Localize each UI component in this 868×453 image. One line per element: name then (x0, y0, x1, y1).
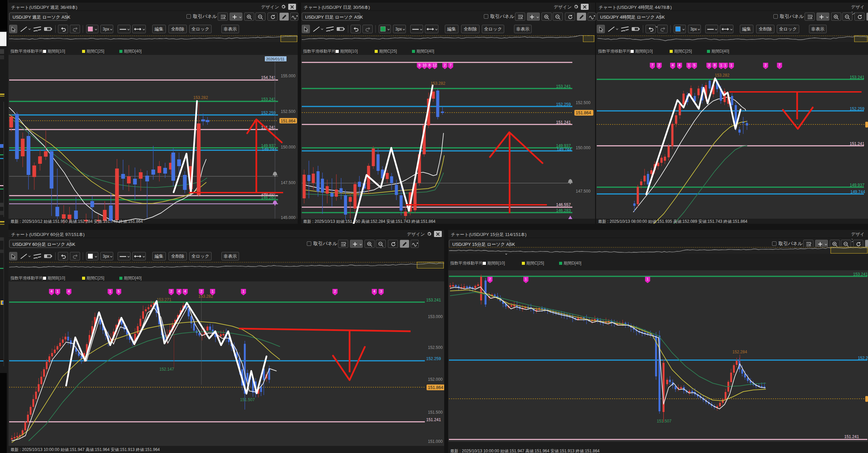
svg-text:153.241: 153.241 (853, 272, 868, 277)
svg-text:3: 3 (380, 289, 382, 293)
svg-text:151.500: 151.500 (428, 410, 443, 415)
svg-text:4: 4 (178, 289, 180, 293)
svg-text:149.744: 149.744 (850, 190, 865, 194)
svg-text:最新 : 2025/10/12 始値:151.950 高: 最新 : 2025/10/12 始値:151.950 高値:152.284 安値… (11, 219, 143, 224)
svg-text:7: 7 (651, 63, 653, 67)
svg-text:3: 3 (708, 63, 710, 67)
svg-text:2: 2 (200, 289, 202, 293)
svg-text:146.557: 146.557 (556, 202, 571, 207)
svg-text:1: 1 (724, 63, 726, 67)
svg-text:8: 8 (714, 63, 716, 67)
svg-text:10: 10 (422, 63, 427, 67)
svg-text:12: 12 (433, 63, 437, 67)
svg-text:4: 4 (68, 289, 70, 293)
svg-text:151.507: 151.507 (657, 419, 672, 424)
svg-text:1: 1 (525, 277, 527, 281)
svg-text:151.241: 151.241 (556, 120, 571, 125)
svg-text:151.864: 151.864 (281, 119, 296, 123)
svg-text:153.282: 153.282 (715, 73, 730, 78)
svg-text:152.259: 152.259 (858, 356, 868, 360)
svg-text:153.241: 153.241 (850, 75, 865, 80)
svg-text:151.000: 151.000 (428, 439, 443, 444)
svg-text:152.284: 152.284 (732, 350, 747, 354)
svg-text:152.147: 152.147 (159, 367, 174, 372)
svg-text:151.507: 151.507 (240, 397, 255, 402)
svg-text:146.283: 146.283 (556, 208, 571, 213)
svg-text:152.259: 152.259 (556, 102, 571, 107)
svg-text:151.864: 151.864 (428, 385, 443, 390)
svg-text:152.500: 152.500 (428, 345, 443, 350)
svg-text:1: 1 (57, 289, 59, 293)
svg-text:2: 2 (170, 289, 172, 293)
svg-text:2: 2 (334, 289, 336, 293)
svg-text:9: 9 (418, 63, 420, 67)
svg-text:最新 : 2025/10/13 10:00:00 始値:1: 最新 : 2025/10/13 10:00:00 始値:151.947 高値:1… (450, 449, 600, 453)
svg-text:149.744: 149.744 (557, 147, 572, 152)
svg-text:147.500: 147.500 (281, 180, 296, 185)
svg-text:4: 4 (678, 63, 680, 67)
svg-text:7: 7 (778, 63, 781, 67)
svg-text:1: 1 (688, 63, 690, 67)
svg-text:151.241: 151.241 (850, 141, 865, 146)
svg-text:1: 1 (109, 289, 111, 293)
svg-text:1: 1 (212, 289, 214, 293)
svg-text:2: 2 (444, 63, 446, 67)
svg-text:146.283: 146.283 (261, 195, 276, 200)
svg-text:147.500: 147.500 (576, 189, 591, 194)
svg-text:152.500: 152.500 (576, 100, 591, 105)
svg-text:4: 4 (373, 289, 375, 293)
svg-text:150.000: 150.000 (576, 145, 591, 150)
svg-text:151.241: 151.241 (426, 417, 441, 422)
svg-text:8: 8 (429, 63, 431, 67)
svg-text:153.241: 153.241 (556, 84, 571, 89)
svg-text:153.241: 153.241 (261, 97, 276, 102)
svg-text:最新 : 2025/10/13 10:00:00 始値:1: 最新 : 2025/10/13 10:00:00 始値:151.947 高値:1… (11, 447, 160, 452)
svg-text:1: 1 (242, 289, 244, 293)
svg-text:1: 1 (720, 63, 722, 67)
svg-text:153.282: 153.282 (198, 294, 213, 299)
svg-text:152.259: 152.259 (261, 111, 276, 115)
svg-text:145.000: 145.000 (281, 215, 296, 220)
svg-text:152.500: 152.500 (281, 109, 296, 114)
svg-text:153.241: 153.241 (426, 298, 441, 302)
svg-text:2: 2 (489, 277, 491, 281)
svg-text:153.000: 153.000 (428, 314, 443, 319)
svg-text:1: 1 (730, 63, 732, 67)
svg-text:152.259: 152.259 (426, 356, 441, 361)
svg-text:4: 4 (51, 289, 53, 293)
svg-text:2: 2 (765, 63, 767, 67)
svg-text:最新 : 2025/10/13 始値:151.950 高: 最新 : 2025/10/13 始値:151.950 高値:152.284 安値… (303, 219, 436, 224)
svg-text:150.000: 150.000 (281, 145, 296, 150)
svg-text:151.864: 151.864 (576, 111, 591, 115)
svg-text:151.241: 151.241 (844, 434, 859, 439)
svg-text:5: 5 (693, 63, 695, 67)
svg-text:155.000: 155.000 (281, 74, 296, 78)
svg-text:5: 5 (118, 289, 120, 293)
svg-text:2026/01/11: 2026/01/11 (266, 57, 284, 61)
svg-text:1: 1 (647, 277, 649, 281)
svg-text:153.282: 153.282 (193, 95, 208, 100)
svg-text:4: 4 (672, 63, 674, 67)
svg-text:152.259: 152.259 (850, 106, 865, 111)
svg-text:149.744: 149.744 (262, 147, 277, 152)
svg-text:最新 : 2025/10/13 08:00:00 始値:1: 最新 : 2025/10/13 08:00:00 始値:151.935 高値:1… (598, 219, 748, 224)
svg-text:7: 7 (450, 63, 452, 67)
svg-text:149.937: 149.937 (850, 183, 865, 188)
svg-text:152.000: 152.000 (428, 377, 443, 382)
svg-text:153.271: 153.271 (157, 297, 172, 302)
svg-text:2: 2 (658, 63, 660, 67)
svg-text:154.741: 154.741 (261, 75, 276, 80)
svg-text:4: 4 (184, 289, 186, 293)
